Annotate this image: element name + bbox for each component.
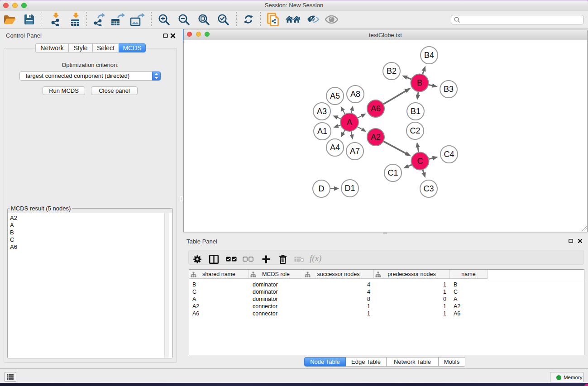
svg-text:B3: B3 xyxy=(444,85,454,94)
svg-text:A4: A4 xyxy=(330,143,340,152)
svg-text:D1: D1 xyxy=(344,184,355,193)
svg-text:A2: A2 xyxy=(371,133,381,142)
svg-text:B1: B1 xyxy=(411,107,421,116)
svg-text:A8: A8 xyxy=(350,90,360,99)
svg-text:C1: C1 xyxy=(387,168,398,177)
svg-text:C3: C3 xyxy=(423,184,434,193)
svg-text:A5: A5 xyxy=(330,91,340,100)
svg-text:A3: A3 xyxy=(317,107,327,116)
svg-text:A1: A1 xyxy=(317,127,327,136)
svg-text:A6: A6 xyxy=(371,104,381,113)
svg-text:D: D xyxy=(319,184,325,193)
svg-text:B: B xyxy=(417,78,422,87)
svg-text:C4: C4 xyxy=(444,150,454,159)
svg-text:B2: B2 xyxy=(387,67,397,76)
svg-text:A: A xyxy=(347,118,352,127)
svg-text:B4: B4 xyxy=(424,51,434,60)
svg-text:C: C xyxy=(417,157,423,166)
svg-text:A7: A7 xyxy=(350,147,360,156)
svg-text:C2: C2 xyxy=(410,126,420,135)
